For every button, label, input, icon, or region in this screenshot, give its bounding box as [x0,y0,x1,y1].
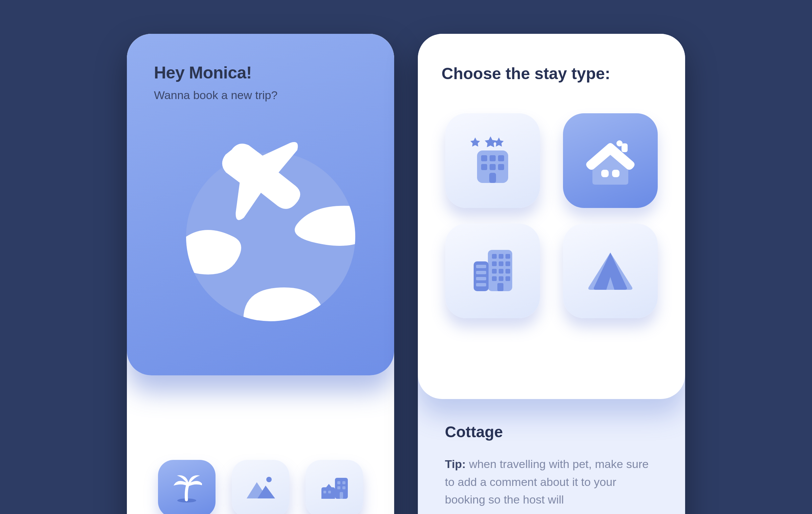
stay-type-tent[interactable] [563,224,658,318]
globe-plane-icon [166,135,355,325]
svg-rect-18 [498,164,504,170]
svg-rect-16 [481,164,487,170]
category-city[interactable] [306,460,363,514]
mountains-icon [245,473,276,505]
stay-detail: Cottage Tip: when travelling with pet, m… [418,399,685,509]
palm-tree-icon [172,473,202,505]
svg-rect-15 [498,155,504,161]
svg-rect-26 [492,254,497,259]
svg-rect-7 [337,486,340,489]
svg-rect-8 [342,486,345,489]
greeting-title: Hey Monica! [154,63,367,83]
category-beach[interactable] [158,460,216,514]
svg-point-3 [266,477,272,482]
svg-rect-30 [499,261,503,266]
tip-body: when travelling with pet, make sure to a… [445,458,649,506]
svg-rect-39 [476,265,486,268]
tent-icon [583,243,637,299]
apartment-icon [466,243,520,299]
svg-rect-23 [612,170,619,177]
svg-rect-10 [328,491,331,493]
svg-rect-37 [505,276,510,281]
choose-card: Choose the stay type: [418,34,685,399]
svg-point-21 [616,140,623,146]
svg-rect-34 [505,269,510,274]
svg-rect-14 [490,155,496,161]
svg-rect-29 [492,261,497,266]
stay-type-grid [442,113,661,318]
stay-type-apartment[interactable] [445,224,540,318]
category-mountains[interactable] [232,460,289,514]
svg-rect-27 [499,254,503,259]
svg-rect-38 [497,283,503,291]
cottage-icon [582,131,639,190]
greeting-subtitle: Wanna book a new trip? [154,89,367,102]
stay-type-hotel[interactable] [445,113,540,208]
svg-rect-35 [492,276,497,281]
svg-rect-9 [323,491,326,493]
svg-rect-32 [492,269,497,274]
stay-detail-tip: Tip: when travelling with pet, make sure… [445,455,658,509]
svg-rect-11 [340,492,343,499]
svg-rect-5 [337,481,340,484]
svg-rect-17 [490,164,496,170]
svg-rect-28 [505,254,510,259]
hotel-icon [466,133,520,188]
svg-rect-6 [342,481,345,484]
screen-stay-type: Choose the stay type: [418,34,685,514]
svg-rect-22 [601,170,609,177]
svg-rect-40 [476,271,486,274]
svg-rect-20 [622,143,628,152]
svg-rect-19 [489,173,496,183]
stay-detail-title: Cottage [445,423,658,441]
svg-rect-31 [505,261,510,266]
svg-rect-42 [476,283,486,286]
svg-rect-41 [476,277,486,280]
choose-title: Choose the stay type: [442,64,661,83]
category-row [158,460,363,514]
stay-type-cottage[interactable] [563,113,658,208]
city-icon [319,472,350,505]
svg-rect-33 [499,269,503,274]
svg-rect-36 [499,276,503,281]
screen-home: Hey Monica! Wanna book a new trip? [127,34,394,514]
svg-rect-13 [481,155,487,161]
tip-label: Tip: [445,458,466,470]
hero-card: Hey Monica! Wanna book a new trip? [127,34,394,375]
